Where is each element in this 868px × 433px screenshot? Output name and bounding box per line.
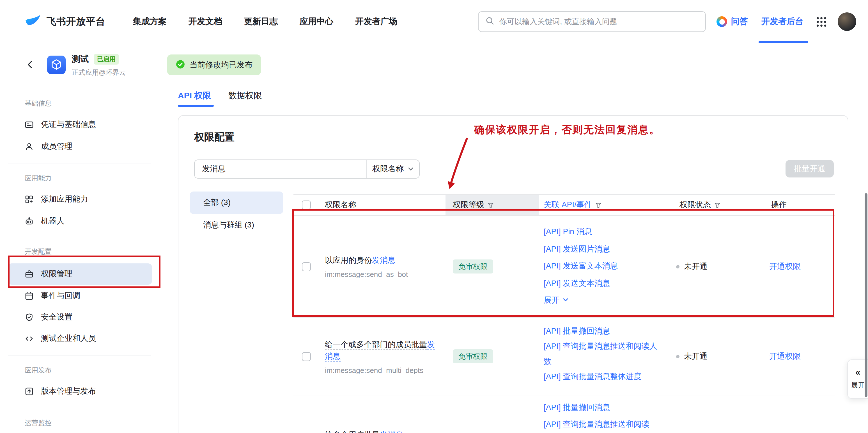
col-header-status-label: 权限状态	[680, 200, 711, 210]
api-link[interactable]: [API] 查询批量消息推送和阅读	[544, 415, 660, 432]
tab-data-permission-label: 数据权限	[228, 90, 262, 101]
add-capability-icon	[25, 195, 34, 204]
security-icon	[25, 313, 34, 322]
filter-message-group[interactable]: 消息与群组 (3)	[190, 214, 283, 236]
search-field-dropdown[interactable]: 权限名称	[366, 160, 419, 178]
event-callback-icon	[25, 291, 34, 300]
app-header-bar: 测试 已启用 正式应用@环界云 当前修改均已发布	[0, 43, 868, 87]
members-icon	[25, 142, 34, 151]
sidebar-item-bot[interactable]: 机器人	[8, 211, 152, 232]
sidebar-item-test-org[interactable]: 测试企业和人员	[8, 328, 152, 349]
status-text: 未开通	[684, 351, 708, 362]
chevron-down-icon	[407, 166, 414, 172]
nav-item-docs[interactable]: 开发文档	[188, 16, 222, 27]
top-navigation: 飞书开放平台 集成方案 开发文档 更新日志 应用中心 开发者广场 你可以输入关键…	[0, 0, 868, 43]
sidebar-item-credentials[interactable]: 凭证与基础信息	[8, 114, 152, 135]
app-subtitle: 正式应用@环界云	[72, 68, 126, 78]
filter-all[interactable]: 全部 (3)	[190, 192, 283, 214]
developer-console-label: 开发者后台	[762, 16, 804, 27]
global-search-input[interactable]: 你可以输入关键词, 或直接输入问题	[478, 11, 706, 32]
qa-label: 问答	[731, 16, 748, 27]
brand-name: 飞书开放平台	[46, 15, 105, 28]
nav-item-dev-plaza[interactable]: 开发者广场	[355, 16, 397, 27]
col-header-api-label: 关联 API/事件	[544, 200, 592, 210]
topnav-menu: 集成方案 开发文档 更新日志 应用中心 开发者广场	[133, 0, 397, 43]
sidebar-item-events[interactable]: 事件与回调	[8, 285, 152, 307]
brand[interactable]: 飞书开放平台	[25, 0, 105, 43]
sidebar-section-release: 应用发布	[25, 366, 52, 375]
release-icon	[25, 387, 34, 396]
credentials-icon	[25, 120, 34, 129]
sidebar-section-capability: 应用能力	[25, 174, 52, 183]
filter-funnel-icon[interactable]	[487, 201, 494, 209]
sidebar-item-add-capability[interactable]: 添加应用能力	[8, 189, 152, 210]
check-circle-icon	[176, 59, 185, 70]
sidebar-item-label: 测试企业和人员	[41, 334, 96, 344]
permission-name: 给多个用户批量发消息	[325, 429, 437, 433]
table-row: 给多个用户批量发消息 [API] 批量撤回消息 [API] 查询批量消息推送和阅…	[293, 395, 835, 433]
qa-link[interactable]: 问答	[716, 0, 748, 43]
sidebar-item-label: 添加应用能力	[41, 194, 88, 204]
publish-status-text: 当前修改均已发布	[190, 60, 252, 70]
sidebar-item-label: 版本管理与发布	[41, 386, 96, 397]
sidebar-section-basic: 基础信息	[25, 99, 52, 108]
feishu-open-platform-console: 飞书开放平台 集成方案 开发文档 更新日志 应用中心 开发者广场 你可以输入关键…	[0, 0, 868, 433]
tabs-divider	[159, 107, 848, 107]
search-field-label: 权限名称	[372, 164, 404, 174]
search-placeholder: 你可以输入关键词, 或直接输入问题	[499, 17, 617, 27]
sidebar-item-version-release[interactable]: 版本管理与发布	[8, 381, 152, 402]
active-nav-indicator	[758, 41, 808, 43]
tab-api-permission-label: API 权限	[178, 90, 211, 101]
sidebar-divider	[8, 355, 151, 356]
open-permission-link[interactable]: 开通权限	[769, 351, 801, 362]
app-name: 测试	[72, 54, 89, 65]
annotation-box-row	[292, 209, 834, 317]
tab-api-permission[interactable]: API 权限	[178, 89, 211, 102]
back-button[interactable]	[25, 60, 36, 71]
search-icon	[485, 16, 494, 27]
filter-funnel-icon[interactable]	[714, 201, 721, 209]
row-checkbox[interactable]	[302, 352, 311, 361]
sidebar-item-label: 机器人	[41, 216, 64, 226]
nav-item-changelog[interactable]: 更新日志	[244, 16, 278, 27]
developer-console-tab[interactable]: 开发者后台	[762, 0, 804, 43]
enabled-badge: 已启用	[94, 54, 119, 65]
page-title: 权限配置	[194, 130, 235, 144]
select-all-checkbox[interactable]	[302, 201, 311, 209]
search-highlight: 发消息	[380, 430, 403, 433]
sidebar-item-label: 事件与回调	[41, 291, 80, 301]
test-org-icon	[25, 334, 34, 343]
status-dot	[676, 355, 680, 358]
api-link[interactable]: [API] 查询批量消息推送和阅读人数	[544, 339, 660, 369]
api-link[interactable]: [API] 批量撤回消息	[544, 323, 660, 339]
annotation-box-sidebar	[8, 256, 160, 288]
user-avatar[interactable]	[838, 12, 856, 31]
batch-open-button[interactable]: 批量开通	[785, 160, 834, 177]
publish-status-pill: 当前修改均已发布	[167, 55, 261, 75]
apps-grid-icon[interactable]	[816, 16, 827, 28]
sidebar-divider	[8, 163, 151, 164]
nav-item-integration[interactable]: 集成方案	[133, 16, 167, 27]
level-tag: 免审权限	[453, 349, 493, 363]
filter-funnel-icon[interactable]	[595, 201, 602, 209]
double-chevron-left-icon: «	[856, 368, 861, 377]
sidebar-item-label: 成员管理	[41, 142, 72, 152]
expand-panel-label: 展开	[851, 381, 865, 390]
tab-data-permission[interactable]: 数据权限	[228, 89, 262, 102]
permission-search-input[interactable]: 发消息	[195, 160, 366, 178]
permission-search-combo: 发消息 权限名称	[194, 160, 420, 179]
api-link[interactable]: [API] 查询批量消息整体进度	[544, 369, 660, 384]
sidebar-item-security[interactable]: 安全设置	[8, 307, 152, 328]
qa-icon	[716, 16, 727, 27]
col-header-level-label: 权限等级	[453, 200, 484, 210]
sidebar-section-dev-config: 开发配置	[25, 247, 52, 257]
nav-item-app-center[interactable]: 应用中心	[300, 16, 333, 27]
permission-name: 给一个或多个部门的成员批量发消息	[325, 338, 437, 362]
annotation-text: 确保该权限开启，否则无法回复消息。	[474, 123, 660, 137]
sidebar-item-members[interactable]: 成员管理	[8, 136, 152, 157]
bot-icon	[25, 217, 34, 226]
table-row: 给一个或多个部门的成员批量发消息 im:message:send_multi_d…	[293, 318, 835, 395]
scrollbar-thumb[interactable]	[865, 193, 867, 397]
api-link[interactable]: [API] 批量撤回消息	[544, 399, 660, 415]
sidebar-item-label: 安全设置	[41, 312, 72, 322]
